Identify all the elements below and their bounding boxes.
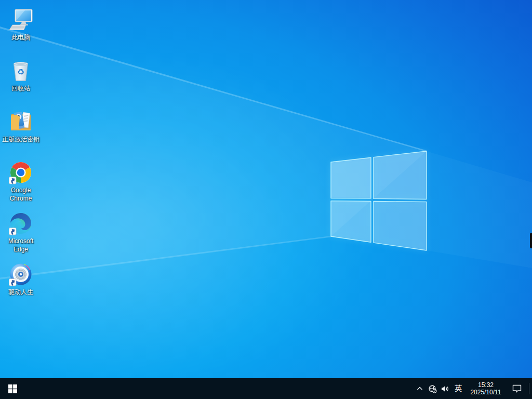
desktop-icon-this-pc[interactable]: 此电脑 [1, 4, 41, 55]
desktop-icon-grid: 此电脑 ♻ 回收站 [1, 4, 41, 310]
taskbar: 英 15:32 2025/10/11 [0, 378, 532, 399]
icon-label: Google Chrome [1, 186, 41, 203]
language-indicator[interactable]: 英 [451, 378, 466, 399]
volume-tray-button[interactable] [438, 378, 451, 399]
start-button[interactable] [0, 378, 25, 399]
wallpaper-windows-logo [0, 0, 532, 378]
chevron-up-icon [416, 385, 423, 392]
recycle-bin-icon: ♻ [8, 58, 33, 83]
desktop-icon-activation-key-folder[interactable]: 正版激活密钥 [1, 106, 41, 157]
driver-life-icon [8, 262, 33, 287]
svg-text:♻: ♻ [17, 67, 24, 77]
desktop-icon-google-chrome[interactable]: Google Chrome [1, 157, 41, 208]
icon-label: 此电脑 [11, 33, 30, 42]
desktop-icon-recycle-bin[interactable]: ♻ 回收站 [1, 55, 41, 106]
folder-key-icon [8, 109, 33, 134]
shortcut-arrow-badge [9, 228, 17, 235]
desktop: 此电脑 ♻ 回收站 [0, 0, 532, 399]
clock-time: 15:32 [478, 381, 494, 389]
icon-label: 回收站 [11, 84, 30, 92]
this-pc-icon [8, 7, 33, 32]
icon-label: 正版激活密钥 [2, 135, 39, 143]
clock-date: 2025/10/11 [470, 389, 501, 396]
windows-logo-icon [8, 384, 17, 393]
icon-label: Microsoft Edge [1, 237, 41, 254]
globe-no-internet-icon [428, 384, 437, 393]
chrome-icon [8, 160, 33, 185]
network-tray-button[interactable] [426, 378, 438, 399]
edge-icon [8, 211, 33, 236]
icon-label: 驱动人生 [8, 288, 33, 296]
shortcut-arrow-badge [9, 177, 17, 184]
taskbar-clock[interactable]: 15:32 2025/10/11 [466, 378, 506, 399]
screen-edge-hidden-panel-handle[interactable] [530, 233, 532, 248]
desktop-icon-microsoft-edge[interactable]: Microsoft Edge [1, 208, 41, 259]
show-desktop-button[interactable] [529, 378, 532, 399]
notification-bubble-icon [512, 384, 522, 393]
taskbar-empty-area[interactable] [25, 378, 414, 399]
tray-overflow-button[interactable] [414, 378, 426, 399]
speaker-icon [441, 384, 449, 393]
desktop-icon-driver-life[interactable]: 驱动人生 [1, 259, 41, 310]
system-tray: 英 15:32 2025/10/11 [414, 378, 532, 399]
action-center-button[interactable] [506, 378, 528, 399]
shortcut-arrow-badge [9, 278, 17, 286]
